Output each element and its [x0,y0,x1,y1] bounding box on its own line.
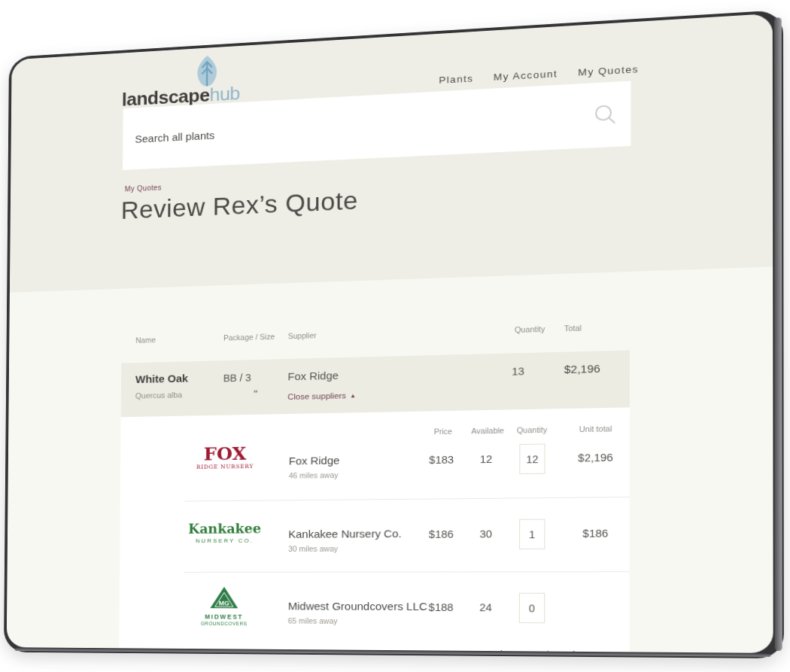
supplier-available: 30 [479,528,492,540]
screen: landscapehub Plants My Account My Quotes… [7,14,773,653]
supplier-name: Midwest Groundcovers LLC [288,600,427,613]
col-header-name: Name [135,336,156,345]
item-scientific-name: Quercus alba [135,391,182,400]
item-total: $2,196 [564,362,600,376]
supplier-distance: 30 miles away [288,544,338,553]
col-header-package-size: Package / Size [223,332,275,342]
sub-col-header-available: Available [471,426,504,435]
supplier-available: 24 [479,601,492,613]
suppliers-panel: Price Available Quantity Unit total FOX … [119,407,630,652]
sub-col-header-price: Price [434,427,452,436]
midwest-groundcovers-logo: MG MIDWEST GROUNDCOVERS [195,586,254,626]
triangle-up-icon: ▲ [350,393,356,400]
supplier-price: $186 [429,528,454,540]
fox-ridge-logo: FOX RIDGE NURSERY [185,444,266,470]
supplier-name: Fox Ridge [289,454,340,467]
supplier-distance: 46 miles away [289,470,339,479]
search-icon[interactable] [594,103,618,126]
quote-item-row: White Oak Quercus alba BB / 3 " Fox Ridg… [121,350,630,417]
sub-col-header-unit-total: Unit total [579,424,612,434]
supplier-price: $188 [429,601,454,613]
item-name: White Oak [135,372,188,385]
item-package-size-unit: " [254,388,257,400]
col-header-quantity: Quantity [509,324,550,334]
close-suppliers-link[interactable]: Close suppliers▲ [287,391,356,401]
kankakee-logo-text: Kankakee [184,521,265,537]
midwest-triangle-icon: MG [209,586,239,609]
nav-item-my-account[interactable]: My Account [494,68,558,83]
row-divider [185,497,630,501]
supplier-price: $183 [429,454,454,466]
hero-section: landscapehub Plants My Account My Quotes… [10,14,773,293]
leaf-icon [196,54,219,88]
supplier-unit-total: $2,196 [578,452,613,464]
nav-item-plants[interactable]: Plants [439,73,473,86]
kankakee-logo-subtext: NURSERY CO. [184,537,265,544]
supplier-available: 12 [480,453,493,465]
quantity-input[interactable] [519,593,545,623]
fox-ridge-logo-subtext: RIDGE NURSERY [185,463,266,470]
item-quantity: 13 [499,365,538,378]
breadcrumb[interactable]: My Quotes [125,184,162,193]
quantity-input[interactable] [519,519,545,549]
close-suppliers-label: Close suppliers [287,391,346,401]
nav-item-my-quotes[interactable]: My Quotes [578,63,639,78]
midwest-logo-text: MIDWEST [195,613,254,621]
supplier-name: Kankakee Nursery Co. [288,528,401,540]
sub-col-header-quantity: Quantity [517,425,548,434]
fox-ridge-logo-text: FOX [185,444,266,463]
device-frame: landscapehub Plants My Account My Quotes… [4,10,784,658]
item-supplier: Fox Ridge [287,369,339,382]
kankakee-logo: Kankakee NURSERY CO. [184,521,265,544]
col-header-total: Total [564,324,582,333]
midwest-monogram: MG [219,600,229,607]
page-title: Review Rex’s Quote [121,186,358,224]
supplier-unit-total: $186 [582,528,608,540]
col-header-supplier: Supplier [288,331,317,340]
quote-table-header: Name Package / Size Supplier Quantity To… [9,318,773,351]
device-bezel-right [774,17,782,651]
quantity-input[interactable] [519,444,545,475]
midwest-logo-subtext: GROUNDCOVERS [195,621,254,626]
item-package-size: BB / 3 [223,372,251,384]
supplier-distance: 65 miles away [288,616,338,625]
row-divider [184,571,630,573]
